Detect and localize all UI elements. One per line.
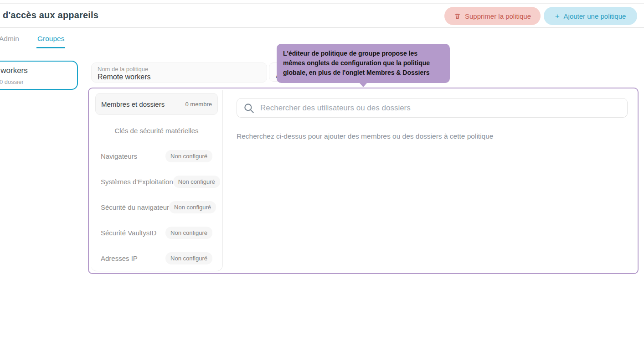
add-policy-label: Ajouter une politique bbox=[564, 12, 626, 20]
menu-item-label: Sécurité VaultysID bbox=[101, 229, 156, 237]
delete-policy-button[interactable]: Supprimer la politique bbox=[444, 7, 541, 25]
tab-admin[interactable]: Admin bbox=[0, 35, 20, 48]
menu-item-cles-de-securite-materielles[interactable]: Clés de sécurité matérielles bbox=[91, 118, 222, 143]
menu-item-label: Clés de sécurité matérielles bbox=[114, 127, 198, 135]
search-icon bbox=[243, 102, 255, 114]
tooltip-line: L'éditeur de politique de groupe propose… bbox=[283, 49, 443, 58]
menu-item-adresses-ip[interactable]: Adresses IPNon configuré bbox=[91, 245, 222, 271]
policy-name-field[interactable]: Nom de la politique Remote workers bbox=[91, 62, 267, 83]
tooltip-line: globale, en plus de l'onglet Membres & D… bbox=[283, 68, 443, 78]
delete-policy-label: Supprimer la politique bbox=[465, 12, 531, 20]
policy-card-name: Remote workers bbox=[0, 66, 28, 75]
policy-name-label: Nom de la politique bbox=[98, 66, 148, 73]
search-hint-text: Recherchez ci-dessus pour ajouter des me… bbox=[237, 132, 493, 140]
policy-card-subtitle: 0 dossier bbox=[0, 78, 24, 85]
menu-item-label: Navigateurs bbox=[101, 152, 137, 160]
menu-item-securite-du-navigateur[interactable]: Sécurité du navigateurNon configuré bbox=[91, 194, 222, 220]
add-policy-button[interactable]: + Ajouter une politique bbox=[544, 7, 637, 25]
policy-editor-panel: Membres et dossiers0 membreClés de sécur… bbox=[88, 88, 639, 274]
sidebar-divider bbox=[85, 28, 85, 278]
menu-item-badge: Non configuré bbox=[165, 252, 212, 264]
policy-card-remote-workers[interactable]: Remote workers 0 dossier bbox=[0, 61, 78, 90]
menu-item-securite-vaultysid[interactable]: Sécurité VaultysIDNon configuré bbox=[91, 220, 222, 245]
member-search-box[interactable] bbox=[237, 98, 628, 118]
member-search-input[interactable] bbox=[260, 104, 627, 113]
menu-item-badge: Non configuré bbox=[169, 201, 216, 213]
menu-item-systemes-d-exploitation[interactable]: Systèmes d'ExploitationNon configuré bbox=[91, 169, 222, 194]
page-title: d'accès aux appareils bbox=[3, 10, 98, 21]
menu-item-membres-et-dossiers[interactable]: Membres et dossiers0 membre bbox=[95, 93, 218, 115]
trash-icon bbox=[454, 13, 461, 20]
menu-item-label: Systèmes d'Exploitation bbox=[101, 178, 173, 186]
menu-item-navigateurs[interactable]: NavigateursNon configuré bbox=[91, 143, 222, 169]
tooltip-arrow bbox=[359, 83, 367, 87]
menu-item-label: Sécurité du navigateur bbox=[101, 203, 169, 211]
menu-item-label: Adresses IP bbox=[101, 254, 138, 262]
menu-item-badge: 0 membre bbox=[185, 101, 212, 108]
menu-item-badge: Non configuré bbox=[173, 176, 220, 188]
tab-bar: AdminGroupes bbox=[0, 35, 82, 48]
plus-icon: + bbox=[555, 12, 560, 20]
policy-menu: Membres et dossiers0 membreClés de sécur… bbox=[91, 90, 223, 271]
menu-item-badge: Non configuré bbox=[165, 227, 212, 239]
top-divider bbox=[0, 3, 644, 4]
menu-item-label: Membres et dossiers bbox=[101, 100, 165, 108]
menu-item-badge: Non configuré bbox=[165, 150, 212, 162]
header-separator bbox=[0, 27, 644, 28]
tab-groupes[interactable]: Groupes bbox=[36, 35, 65, 48]
group-policy-tooltip: L'éditeur de politique de groupe propose… bbox=[277, 44, 450, 83]
tooltip-line: mêmes onglets de configuration que la po… bbox=[283, 58, 443, 68]
policy-name-value: Remote workers bbox=[98, 73, 150, 81]
